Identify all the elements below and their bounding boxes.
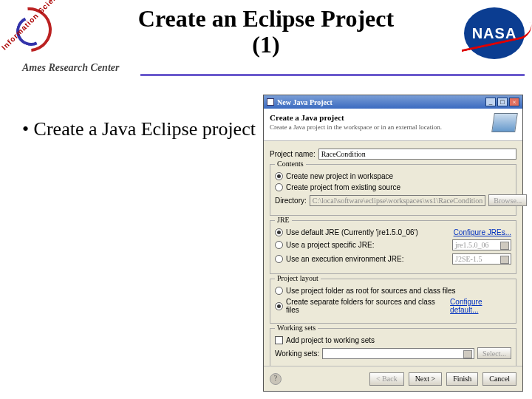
configure-default-link[interactable]: Configure default... bbox=[450, 298, 511, 314]
title-line1: Create an Eclipse Project bbox=[138, 5, 394, 32]
layout-legend: Project layout bbox=[275, 274, 321, 282]
layout-opt2: Create separate folders for sources and … bbox=[286, 298, 447, 314]
jre-specific-select[interactable]: jre1.5.0_06 bbox=[452, 239, 511, 250]
dialog-titlebar[interactable]: New Java Project _ □ × bbox=[264, 95, 522, 109]
ws-select[interactable] bbox=[322, 348, 474, 359]
contents-legend: Contents bbox=[275, 160, 306, 168]
jre-radio-default[interactable] bbox=[275, 228, 283, 236]
layout-group: Project layout Use project folder as roo… bbox=[270, 279, 516, 324]
ws-chk-label: Add project to working sets bbox=[286, 336, 375, 344]
directory-label: Directory: bbox=[275, 197, 307, 205]
new-java-project-dialog: New Java Project _ □ × Create a Java pro… bbox=[263, 95, 523, 392]
cancel-button[interactable]: Cancel bbox=[482, 372, 516, 386]
contents-radio-existing[interactable] bbox=[275, 183, 283, 191]
jre-legend: JRE bbox=[275, 216, 292, 224]
dialog-body: Project name: RaceCondition Contents Cre… bbox=[264, 141, 522, 373]
ws-add-checkbox[interactable] bbox=[275, 336, 283, 344]
arc-center-label: Ames Research Center bbox=[22, 62, 119, 74]
layout-radio-root[interactable] bbox=[275, 287, 283, 295]
help-icon[interactable]: ? bbox=[270, 373, 282, 385]
directory-input: C:\local\software\eclipse\workspaces\ws1… bbox=[310, 195, 486, 206]
minimize-button[interactable]: _ bbox=[485, 98, 496, 106]
layout-opt1: Use project folder as root for sources a… bbox=[286, 287, 456, 295]
dialog-banner: Create a Java project Create a Java proj… bbox=[264, 109, 522, 141]
layout-radio-separate[interactable] bbox=[275, 302, 283, 310]
bullet-marker: • bbox=[22, 118, 29, 140]
dialog-title: New Java Project bbox=[277, 98, 332, 106]
project-name-input[interactable]: RaceCondition bbox=[318, 149, 516, 160]
jre-radio-exec-env[interactable] bbox=[275, 255, 283, 263]
jre-opt3: Use an execution environment JRE: bbox=[286, 255, 404, 263]
back-button[interactable]: < Back bbox=[369, 372, 404, 386]
finish-button[interactable]: Finish bbox=[446, 372, 478, 386]
jre-opt2: Use a project specific JRE: bbox=[286, 241, 375, 249]
dialog-footer: ? < Back Next > Finish Cancel bbox=[264, 366, 522, 391]
next-button[interactable]: Next > bbox=[409, 372, 443, 386]
contents-radio-workspace[interactable] bbox=[275, 172, 283, 180]
workingsets-group: Working sets Add project to working sets… bbox=[270, 328, 516, 369]
jre-group: JRE Use default JRE (Currently 'jre1.5.0… bbox=[270, 220, 516, 274]
contents-opt2: Create project from existing source bbox=[286, 183, 400, 191]
project-name-label: Project name: bbox=[270, 150, 316, 158]
ws-label: Working sets: bbox=[275, 349, 319, 358]
slide-title: Create an Eclipse Project (1) bbox=[0, 6, 532, 58]
configure-jres-link[interactable]: Configure JREs... bbox=[454, 228, 511, 236]
ws-select-button[interactable]: Select... bbox=[477, 347, 511, 359]
close-button[interactable]: × bbox=[509, 98, 519, 106]
browse-button[interactable]: Browse... bbox=[488, 194, 527, 206]
slide: Information Sciences & Technology Ames R… bbox=[0, 0, 532, 399]
title-underline bbox=[140, 74, 525, 76]
window-icon bbox=[267, 98, 274, 106]
jre-exec-env-select[interactable]: J2SE-1.5 bbox=[452, 253, 511, 265]
jre-opt1: Use default JRE (Currently 'jre1.5.0_06'… bbox=[286, 228, 418, 236]
contents-opt1: Create new project in workspace bbox=[286, 172, 393, 180]
title-line2: (1) bbox=[252, 31, 279, 58]
folder-icon bbox=[491, 113, 518, 132]
nasa-logo: NASA bbox=[464, 7, 525, 59]
banner-title: Create a Java project bbox=[270, 113, 516, 122]
bullet-text: Create a Java Eclipse project bbox=[34, 118, 256, 140]
maximize-button[interactable]: □ bbox=[497, 98, 508, 106]
banner-subtitle: Create a Java project in the workspace o… bbox=[270, 123, 516, 131]
bullet-item: • Create a Java Eclipse project bbox=[22, 118, 259, 140]
jre-radio-specific[interactable] bbox=[275, 241, 283, 249]
ws-legend: Working sets bbox=[275, 324, 318, 332]
contents-group: Contents Create new project in workspace… bbox=[270, 164, 516, 216]
